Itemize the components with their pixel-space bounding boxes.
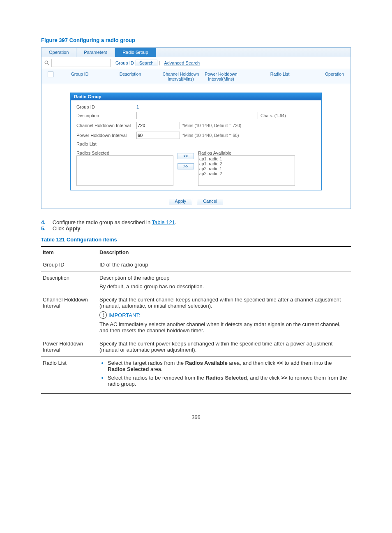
- select-all-checkbox[interactable]: [48, 72, 53, 77]
- channel-holddown-label: Channel Holddown Interval: [76, 123, 134, 128]
- list-item[interactable]: ap2. radio 1: [199, 166, 294, 171]
- search-bar: Group ID Search | Advanced Search: [42, 57, 350, 69]
- search-groupid-label: Group ID: [115, 60, 134, 65]
- power-holddown-label: Power Holddown Interval: [76, 133, 134, 138]
- cell-desc: Select the target radios from the Radios…: [98, 357, 351, 394]
- description-input[interactable]: [136, 112, 258, 119]
- col-power-holddown: Power Holddown Interval(Mins): [201, 69, 241, 84]
- svg-line-1: [48, 64, 49, 65]
- important-label: ! IMPORTANT:: [99, 311, 141, 319]
- col-groupid: Group ID: [60, 69, 100, 84]
- cancel-button[interactable]: Cancel: [197, 198, 223, 204]
- radios-selected-listbox[interactable]: [76, 155, 173, 186]
- col-channel-holddown: Channel Holddown Interval(Mins): [161, 69, 201, 84]
- step-text: .: [81, 225, 82, 232]
- figure-title: Figure 397 Configuring a radio group: [41, 37, 351, 43]
- steps: 4. Configure the radio group as describe…: [41, 219, 351, 232]
- radio-group-panel: Radio Group Group ID 1 Description Chars…: [70, 93, 322, 190]
- col-radio-list: Radio List: [241, 69, 318, 84]
- search-button[interactable]: Search: [136, 60, 157, 66]
- remove-radio-button[interactable]: >>: [178, 163, 194, 169]
- tab-operation[interactable]: Operation: [42, 48, 76, 57]
- groupid-label: Group ID: [76, 104, 134, 109]
- tab-parameters[interactable]: Parameters: [76, 48, 115, 57]
- table-title: Table 121 Configuration items: [41, 236, 351, 243]
- panel-head: Radio Group: [71, 93, 321, 100]
- col-operation: Operation: [318, 69, 350, 84]
- list-item[interactable]: ap2. radio 2: [199, 171, 294, 176]
- description-label: Description: [76, 113, 134, 118]
- step-number: 4.: [41, 219, 51, 225]
- radios-available-listbox[interactable]: ap1. radio 1 ap1. radio 2 ap2. radio 1 a…: [198, 155, 295, 186]
- screenshot-panel: Operation Parameters Radio Group Group I…: [41, 47, 351, 209]
- col-description: Description: [100, 69, 161, 84]
- grid-header: Group ID Description Channel Holddown In…: [42, 69, 350, 84]
- table-row: Description Description of the radio gro…: [41, 271, 351, 293]
- search-input[interactable]: [51, 59, 111, 67]
- table-row: Group ID ID of the radio group: [41, 258, 351, 271]
- cell-desc: ID of the radio group: [98, 258, 351, 271]
- step-text: Configure the radio group as described i…: [53, 219, 152, 225]
- cell-desc: Specify that the current channel keeps u…: [98, 293, 351, 337]
- cell-item: Group ID: [41, 258, 98, 271]
- radios-available-label: Radios Available: [198, 151, 295, 155]
- th-item: Item: [41, 246, 98, 258]
- radios-selected-label: Radios Selected: [76, 151, 173, 155]
- radio-list-label: Radio List: [76, 141, 134, 146]
- search-icon: [44, 60, 50, 66]
- cell-desc: Description of the radio group By defaul…: [98, 271, 351, 293]
- cell-item: Description: [41, 271, 98, 293]
- tab-radio-group[interactable]: Radio Group: [115, 48, 156, 57]
- important-icon: !: [99, 311, 107, 319]
- step-bold: Apply: [65, 225, 80, 232]
- list-item[interactable]: ap1. radio 2: [199, 161, 294, 166]
- tab-bar: Operation Parameters Radio Group: [42, 48, 350, 57]
- step-text: .: [175, 219, 177, 225]
- power-holddown-input[interactable]: [136, 132, 180, 139]
- list-item[interactable]: ap1. radio 1: [199, 156, 294, 161]
- table-row: Radio List Select the target radios from…: [41, 357, 351, 394]
- power-holddown-note: *Mins (10-1440, Default = 60): [182, 133, 239, 138]
- config-table: Item Description Group ID ID of the radi…: [41, 246, 351, 394]
- cell-item: Power Holddown Interval: [41, 337, 98, 357]
- page-number: 366: [41, 414, 351, 420]
- th-description: Description: [98, 246, 351, 258]
- step-text: Click: [53, 225, 66, 232]
- cell-item: Channel Holddown Interval: [41, 293, 98, 337]
- channel-holddown-note: *Mins (10-1440, Default = 720): [182, 123, 241, 128]
- table-row: Power Holddown Interval Specify that the…: [41, 337, 351, 357]
- apply-button[interactable]: Apply: [169, 198, 193, 204]
- cell-desc: Specify that the current power keeps unc…: [98, 337, 351, 357]
- groupid-value: 1: [136, 104, 139, 109]
- table-link[interactable]: Table 121: [152, 219, 175, 225]
- advanced-search-link[interactable]: Advanced Search: [164, 60, 200, 65]
- channel-holddown-input[interactable]: [136, 122, 180, 129]
- cell-item: Radio List: [41, 357, 98, 394]
- add-radio-button[interactable]: <<: [178, 153, 194, 159]
- table-row: Channel Holddown Interval Specify that t…: [41, 293, 351, 337]
- description-note: Chars. (1-64): [261, 113, 286, 118]
- svg-point-0: [45, 61, 48, 64]
- step-number: 5.: [41, 225, 51, 232]
